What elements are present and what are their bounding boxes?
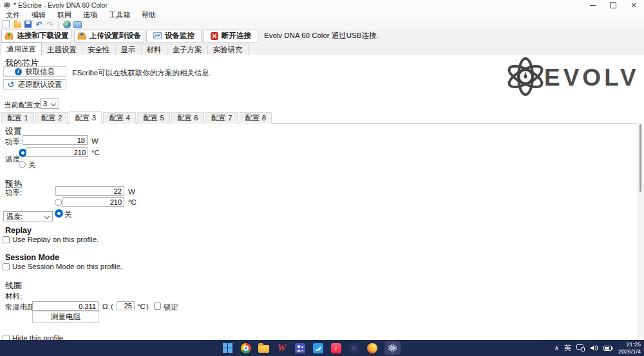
profile-tab-4[interactable]: 配置 4: [103, 112, 136, 124]
minimize-button[interactable]: [582, 0, 603, 10]
profile-tab-5[interactable]: 配置 5: [137, 112, 170, 124]
tab-display[interactable]: 显示: [115, 44, 142, 55]
measure-resistance-label: 测量电阻: [51, 312, 80, 322]
app-atom-icon: [3, 1, 11, 9]
ref-temp-unit: °C: [137, 303, 146, 310]
maximize-icon: [610, 2, 616, 8]
preheat-power-input[interactable]: [55, 186, 124, 196]
temperature-input[interactable]: [26, 147, 88, 157]
icon-toolbar: ↶ ↷: [0, 19, 644, 29]
tab-mod-scheme[interactable]: 盒子方案: [167, 44, 208, 55]
tab-theme-settings[interactable]: 主题设置: [41, 44, 82, 55]
current-profile-select[interactable]: 3: [40, 98, 59, 109]
restore-defaults-label: 还原默认设置: [17, 80, 62, 89]
paren-close: ): [146, 303, 149, 310]
taskbar-clock[interactable]: 21:25 2026/1/4: [618, 341, 641, 355]
dark-app-icon[interactable]: [348, 342, 359, 353]
feedback-icon[interactable]: [73, 21, 82, 28]
session-mode-checkbox[interactable]: [3, 263, 10, 270]
tab-materials[interactable]: 材料: [141, 44, 167, 55]
power-input[interactable]: [23, 135, 88, 145]
tray-expand-icon[interactable]: ∧: [554, 344, 559, 351]
menu-edit[interactable]: 编辑: [26, 10, 52, 20]
escribe-taskbar-active[interactable]: [384, 341, 401, 355]
profile-tab-3[interactable]: 配置 3: [70, 111, 102, 124]
power-unit: W: [91, 137, 99, 145]
profile-tab-6[interactable]: 配置 6: [171, 112, 204, 124]
connect-download-button[interactable]: 连接和下载设置: [1, 30, 72, 42]
profile-tab-8[interactable]: 配置 8: [240, 112, 272, 124]
menu-network[interactable]: 联网: [52, 10, 77, 20]
preheat-off-radio[interactable]: [55, 209, 63, 218]
material-label: 材料:: [5, 292, 22, 301]
get-info-button[interactable]: i 获取信息: [3, 66, 66, 77]
speaker-icon[interactable]: [590, 344, 598, 351]
restore-undo-icon: ↺: [8, 80, 15, 89]
replay-checkbox[interactable]: [3, 236, 10, 243]
scrollbar-thumb[interactable]: [639, 124, 641, 192]
open-file-icon[interactable]: [13, 21, 21, 28]
preheat-off-label: 关: [64, 210, 72, 220]
lock-resistance-label: 锁定: [164, 303, 178, 312]
title-bar: * EScribe - Evolv DNA 60 Color ✕: [0, 0, 644, 10]
ohm-symbol: Ω: [102, 303, 108, 310]
chevron-down-icon: [51, 101, 56, 106]
action-bar: 连接和下载设置 上传设置到设备 设备监控 断开连接 Evolv DNA 60 C…: [0, 29, 644, 42]
session-mode-checkbox-label: Use Session Mode on this profile.: [12, 263, 122, 270]
teams-icon[interactable]: [294, 342, 305, 353]
main-tab-bar: 通用设置 主题设置 安全性 显示 材料 盒子方案 实验研究: [0, 42, 644, 56]
device-monitor-button[interactable]: 设备监控: [146, 30, 202, 42]
upload-settings-button[interactable]: 上传设置到设备: [74, 30, 144, 42]
profile-tab-bar: 配置 1 配置 2 配置 3 配置 4 配置 5 配置 6 配置 7 配置 8: [1, 111, 638, 124]
tab-safety[interactable]: 安全性: [82, 44, 116, 55]
battery-icon[interactable]: [603, 345, 613, 351]
chevron-down-icon: [44, 214, 50, 219]
temperature-off-radio[interactable]: [19, 161, 26, 168]
close-button[interactable]: ✕: [623, 0, 644, 10]
profile-tab-1[interactable]: 配置 1: [1, 112, 34, 124]
redo-icon: ↷: [46, 21, 54, 28]
ime-indicator[interactable]: 英: [564, 343, 571, 353]
resistance-input[interactable]: [32, 301, 99, 311]
bluebird-app-icon[interactable]: [312, 342, 323, 353]
wps-office-icon[interactable]: W: [276, 342, 287, 353]
preheat-mode-value: 温度:: [6, 212, 23, 221]
start-button[interactable]: [222, 342, 233, 353]
ref-temp-input[interactable]: [117, 301, 135, 310]
file-explorer-icon[interactable]: [258, 342, 269, 353]
profile-tab-7[interactable]: 配置 7: [205, 112, 238, 124]
close-icon: ✕: [630, 2, 636, 9]
maximize-button[interactable]: [603, 0, 623, 10]
get-info-label: 获取信息: [25, 67, 55, 77]
menu-help[interactable]: 帮助: [136, 10, 162, 20]
globe-icon[interactable]: [62, 21, 71, 28]
undo-icon[interactable]: ↶: [35, 21, 43, 28]
preheat-power-unit: W: [128, 188, 135, 196]
info-icon: i: [15, 68, 22, 75]
restore-defaults-button[interactable]: ↺ 还原默认设置: [3, 79, 66, 89]
menu-toolbox[interactable]: 工具箱: [103, 10, 136, 20]
preheat-mode-select[interactable]: 温度:: [3, 211, 53, 221]
lock-resistance-checkbox[interactable]: [154, 303, 161, 310]
save-icon[interactable]: [24, 21, 32, 28]
preheat-temp-radio[interactable]: [55, 199, 62, 206]
upload-settings-label: 上传设置到设备: [90, 31, 142, 41]
new-file-icon[interactable]: [2, 21, 10, 28]
firefox-icon[interactable]: [366, 342, 377, 353]
tab-general-settings[interactable]: 通用设置: [1, 42, 42, 55]
menu-bar: 文件 编辑 联网 选项 工具箱 帮助: [0, 10, 644, 19]
vertical-scrollbar[interactable]: [637, 123, 644, 340]
profile-tab-2[interactable]: 配置 2: [35, 112, 68, 124]
menu-file[interactable]: 文件: [0, 10, 26, 20]
menu-options[interactable]: 选项: [77, 10, 103, 20]
connection-status: Evolv DNA 60 Color 通过USB连接.: [264, 31, 379, 41]
tab-research[interactable]: 实验研究: [207, 44, 249, 55]
temperature-unit: °C: [91, 149, 100, 156]
display-cast-icon[interactable]: [576, 344, 585, 351]
chip-info-text: EScribe可以在线获取你的方案的相关信息.: [72, 68, 211, 78]
disconnect-button[interactable]: 断开连接: [204, 30, 258, 42]
chrome-icon[interactable]: [240, 342, 251, 353]
music-app-icon[interactable]: ♪: [330, 342, 341, 353]
preheat-temp-input[interactable]: [62, 197, 124, 207]
measure-resistance-button[interactable]: 测量电阻: [32, 312, 99, 323]
